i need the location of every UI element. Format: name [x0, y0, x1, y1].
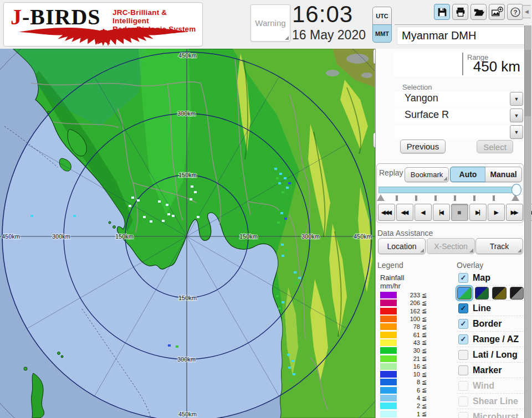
legend-value: 233 — [397, 292, 420, 298]
slider-tick — [493, 195, 495, 201]
save-button[interactable] — [434, 4, 450, 20]
previous-button[interactable]: Previous — [400, 140, 446, 153]
legend-entry: 233≦ — [380, 291, 433, 299]
map-style-swatch[interactable] — [510, 287, 524, 300]
legend-entry: 162≦ — [380, 307, 433, 315]
collapse-arrow-icon: ◀ — [525, 9, 529, 14]
less-equal-symbol: ≦ — [422, 331, 427, 338]
overlay-item-label: Map — [473, 273, 490, 283]
legend-swatch — [380, 402, 397, 409]
legend-value: 2 — [397, 402, 420, 409]
overlay-item-microburst: Microburst — [457, 409, 524, 418]
utc-button[interactable]: UTC — [372, 7, 392, 25]
overlay-item-border[interactable]: ✓Border — [457, 316, 524, 331]
replay-panel: Replay Bookmark Auto Manual ◀◀◀◀◀◀|◀■▶|▶… — [376, 163, 524, 223]
header: J-BIRDS JRC-Brilliant & Intelligent Rada… — [0, 0, 532, 49]
clock-date: 16 May 2020 — [292, 28, 366, 43]
dropdown-arrow-button[interactable]: ▼ — [510, 125, 523, 139]
manual-button[interactable]: Manual — [485, 167, 522, 182]
svg-text:150km: 150km — [178, 172, 197, 178]
location-button[interactable]: Location — [378, 238, 426, 254]
step-back-button[interactable]: ◀ — [415, 204, 432, 221]
dropdown-arrow-button[interactable]: ▼ — [510, 109, 523, 122]
select-button[interactable]: Select — [477, 140, 513, 153]
chevron-down-icon: ▼ — [514, 130, 519, 135]
overlay-item-lati-long[interactable]: Lati / Long — [457, 347, 524, 362]
panel-scrollbar-thumb[interactable] — [525, 50, 531, 116]
map-style-swatch[interactable] — [475, 287, 489, 300]
legend-swatch — [380, 339, 397, 346]
legend-swatch — [380, 308, 397, 314]
stop-button[interactable]: ■ — [451, 204, 468, 221]
mmt-button[interactable]: MMT — [372, 24, 392, 43]
legend-entry: 100≦ — [380, 315, 433, 323]
open-folder-button[interactable] — [470, 4, 487, 20]
replay-slider-track[interactable] — [378, 187, 520, 193]
checkbox[interactable] — [458, 412, 468, 418]
dropdown-arrow-button[interactable]: ▼ — [510, 92, 523, 106]
rewind-button[interactable]: ◀◀ — [396, 204, 413, 221]
overlay-item-label: Shear Line — [473, 396, 518, 406]
eagle-icon — [8, 26, 199, 46]
svg-text:450km: 450km — [178, 52, 197, 59]
x-section-button[interactable]: X-Section — [427, 238, 475, 254]
svg-text:300km: 300km — [52, 233, 70, 240]
legend-entry: 30≦ — [380, 347, 433, 354]
skip-start-button[interactable]: |◀ — [433, 204, 450, 221]
less-equal-symbol: ≦ — [422, 307, 427, 314]
overlay-item-line[interactable]: ✓Line — [457, 300, 524, 316]
skip-end-button[interactable]: ▶| — [469, 204, 487, 221]
playback-controls: ◀◀◀◀◀◀|◀■▶|▶▶▶▶▶▶ — [378, 204, 532, 221]
checkbox[interactable] — [458, 381, 468, 391]
add-image-button[interactable] — [489, 4, 505, 20]
add-image-icon — [490, 6, 504, 18]
map-style-swatch[interactable] — [492, 287, 507, 300]
radar-map[interactable]: 450km300km150km150km300km450km450km300km… — [0, 49, 375, 418]
play-button[interactable]: ▶ — [488, 204, 505, 221]
overlay-item-wind: Wind — [457, 378, 524, 393]
jbirds-app: J-BIRDS JRC-Brilliant & Intelligent Rada… — [0, 0, 532, 418]
legend-entry: 78≦ — [380, 323, 433, 331]
overlay-item-label: Line — [473, 303, 491, 313]
site-dropdown[interactable]: Yangon ▼ — [395, 92, 523, 106]
toolbar: ? — [434, 4, 523, 20]
checkbox[interactable]: ✓ — [458, 273, 468, 283]
svg-text:450km: 450km — [178, 411, 197, 417]
auto-button[interactable]: Auto — [450, 167, 486, 182]
track-button[interactable]: Track — [475, 238, 523, 254]
product-dropdown[interactable]: Surface R ▼ — [395, 109, 523, 122]
checkbox[interactable]: ✓ — [458, 334, 468, 344]
forward-button[interactable]: ▶▶ — [506, 204, 523, 221]
radar-map-canvas: 450km300km150km150km300km450km450km300km… — [0, 49, 375, 418]
help-button[interactable]: ? — [507, 4, 523, 20]
range-end-marker[interactable] — [511, 194, 519, 201]
option-dropdown[interactable]: ▼ — [395, 125, 523, 139]
bookmark-button[interactable]: Bookmark — [405, 167, 449, 182]
legend-swatch — [380, 411, 397, 417]
legend-swatch — [380, 332, 397, 338]
map-style-swatch[interactable] — [457, 287, 472, 300]
overlay-item-marker[interactable]: Marker — [457, 362, 524, 378]
checkbox[interactable] — [458, 365, 468, 375]
less-equal-symbol: ≦ — [422, 347, 427, 354]
checkbox[interactable] — [458, 350, 468, 360]
print-button[interactable] — [452, 4, 468, 20]
range-start-marker[interactable] — [377, 194, 385, 201]
overlay-item-range-az[interactable]: ✓Range / AZ — [457, 331, 524, 347]
fast-rewind-button[interactable]: ◀◀◀ — [378, 204, 395, 221]
panel-collapse-tab[interactable]: ◀ — [522, 5, 531, 18]
legend-swatch — [380, 355, 397, 362]
checkbox[interactable]: ✓ — [458, 303, 468, 313]
warning-button[interactable]: Warning — [250, 4, 290, 42]
legend-value: 1 — [397, 411, 420, 417]
less-equal-symbol: ≦ — [422, 292, 427, 299]
less-equal-symbol: ≦ — [422, 300, 427, 307]
svg-text:450km: 450km — [2, 233, 20, 240]
legend-value: 206 — [397, 300, 420, 306]
checkbox[interactable] — [458, 396, 468, 406]
checkbox[interactable]: ✓ — [458, 319, 468, 329]
less-equal-symbol: ≦ — [422, 363, 427, 370]
svg-text:450km: 450km — [354, 233, 372, 240]
less-equal-symbol: ≦ — [422, 379, 427, 386]
overlay-item-map[interactable]: ✓Map — [457, 270, 524, 285]
